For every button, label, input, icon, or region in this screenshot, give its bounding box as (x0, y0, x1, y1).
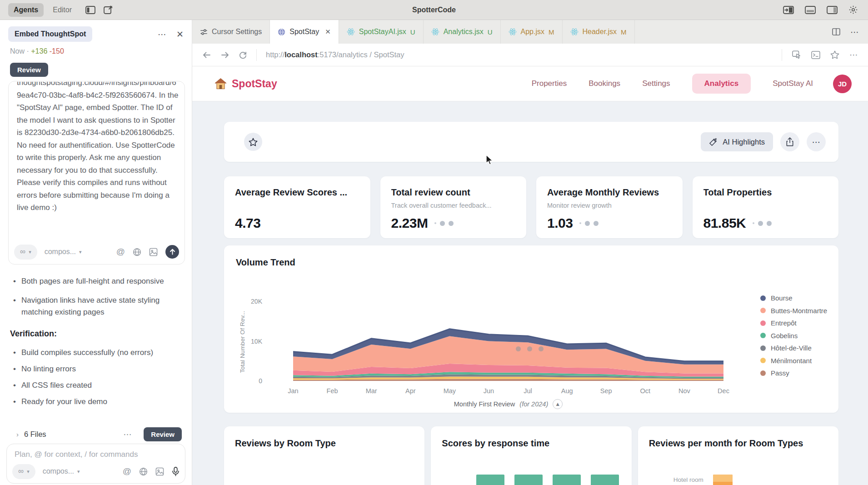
kpi-card-total-properties[interactable]: Total Properties 81.85K (693, 176, 839, 238)
kpi-value: 4.73 (235, 215, 260, 231)
tab-spotstay-preview[interactable]: SpotStay ✕ (270, 20, 339, 44)
model-selector[interactable]: compos...▾ (45, 248, 82, 256)
kpi-card-total-review-count[interactable]: Total review count Track overall custome… (380, 176, 527, 238)
reviews-by-room-type-card[interactable]: Reviews by Room Type (224, 426, 424, 485)
chevron-down-icon: ▾ (29, 249, 31, 255)
nav-spotstay-ai[interactable]: SpotStay AI (773, 79, 813, 88)
reviews-per-month-card[interactable]: Reviews per month for Room Types Hotel r… (638, 426, 838, 485)
review-files-button[interactable]: Review (144, 427, 182, 441)
git-status: M (621, 28, 627, 36)
x-tick: Jun (475, 387, 502, 395)
response-bullet-list: Both pages are full-height and responsiv… (10, 275, 184, 318)
verification-heading: Verification: (10, 329, 184, 339)
nav-bookings[interactable]: Bookings (589, 79, 620, 88)
user-message-card[interactable]: thoughtspotstaging.cloud/#/insights/pinb… (8, 81, 185, 265)
close-tab-icon[interactable]: ✕ (325, 28, 331, 36)
sidebar-footer: › 6 Files ⋯ Review ∞▾ compos...▾ @ (0, 425, 192, 485)
volume-trend-plot[interactable] (293, 295, 723, 382)
url-text[interactable]: http://localhost:5173/analytics / SpotSt… (266, 50, 404, 59)
nav-properties[interactable]: Properties (532, 79, 567, 88)
legend-label: Buttes-Montmartre (771, 307, 827, 315)
web-icon[interactable] (133, 248, 141, 256)
site-brand[interactable]: SpotStay (215, 78, 277, 90)
bottom-cards-row: Reviews by Room Type Scores by response … (224, 426, 838, 485)
x-tick: Aug (554, 387, 581, 395)
legend-label: Ménilmontant (771, 357, 812, 365)
web-preview: SpotStay Properties Bookings Settings An… (192, 66, 868, 485)
review-button[interactable]: Review (10, 63, 48, 77)
mode-selector[interactable]: ∞▾ (14, 245, 37, 260)
mention-icon[interactable]: @ (116, 247, 125, 257)
kpi-card-avg-monthly-reviews[interactable]: Average Monthly Reviews Monitor review g… (536, 176, 683, 238)
image-icon[interactable] (149, 248, 158, 256)
ai-highlights-button[interactable]: AI Highlights (701, 132, 773, 151)
tab-spotstayai[interactable]: SpotStayAI.jsxU (339, 20, 424, 44)
browser-more-icon[interactable]: ⋯ (849, 50, 858, 60)
nav-settings[interactable]: Settings (642, 79, 670, 88)
send-button[interactable] (165, 245, 179, 259)
legend-item[interactable]: Bourse (760, 292, 827, 305)
mode-selector[interactable]: ∞▾ (12, 464, 35, 479)
agents-tab[interactable]: Agents (8, 3, 44, 17)
reload-icon[interactable] (239, 50, 247, 59)
agent-response: Both pages are full-height and responsiv… (10, 275, 184, 412)
session-more-icon[interactable]: ⋯ (158, 29, 166, 40)
editor-mode-tab[interactable]: Editor (47, 3, 77, 17)
editor-more-icon[interactable]: ⋯ (850, 27, 859, 37)
bookmark-star-icon[interactable] (830, 50, 839, 59)
editor-tabbar: Cursor Settings SpotStay ✕ SpotStayAI.js… (192, 20, 868, 44)
model-selector[interactable]: compos...▾ (43, 467, 80, 475)
inspect-element-icon[interactable] (792, 50, 801, 59)
image-icon[interactable] (155, 467, 164, 476)
x-tick: Feb (319, 387, 346, 395)
toggle-sidebar-icon[interactable] (85, 6, 95, 14)
legend-item[interactable]: Ménilmontant (760, 355, 827, 367)
split-editor-icon[interactable] (832, 28, 840, 35)
x-tick: Sep (593, 387, 620, 395)
files-count[interactable]: 6 Files (24, 430, 46, 439)
tab-header[interactable]: Header.jsxM (563, 20, 635, 44)
legend-label: Gobelins (771, 332, 798, 340)
sort-ascending-icon[interactable]: ▲ (553, 399, 563, 409)
toggle-bottom-panel-icon[interactable] (805, 6, 816, 14)
scores-by-response-time-card[interactable]: Scores by response time (431, 426, 631, 485)
user-avatar[interactable]: JD (833, 75, 852, 93)
verification-bullet-list: Build compiles successfully (no errors)N… (10, 347, 184, 407)
favorite-star-icon[interactable] (244, 133, 262, 151)
more-options-icon[interactable]: ⋯ (807, 132, 826, 151)
tab-cursor-settings[interactable]: Cursor Settings (192, 20, 270, 44)
files-more-icon[interactable]: ⋯ (123, 429, 132, 440)
kpi-card-avg-review-scores[interactable]: Average Review Scores ... 4.73 (224, 176, 370, 238)
legend-item[interactable]: Passy (760, 367, 827, 380)
settings-gear-icon[interactable] (848, 5, 858, 15)
session-chip[interactable]: Embed ThoughtSpot (8, 26, 92, 42)
chevron-right-icon[interactable]: › (16, 430, 19, 438)
open-panel-icon[interactable] (783, 6, 794, 14)
chart-title: Volume Trend (236, 257, 295, 268)
share-icon[interactable] (780, 132, 799, 151)
mention-icon[interactable]: @ (123, 466, 131, 476)
legend-item[interactable]: Entrepôt (760, 317, 827, 330)
x-tick: Jan (279, 387, 307, 395)
changed-files-bar[interactable]: › 6 Files ⋯ Review (0, 425, 192, 441)
tab-app[interactable]: App.jsxM (501, 20, 563, 44)
back-icon[interactable] (202, 51, 211, 59)
stacked-bar-partial (713, 475, 733, 485)
console-icon[interactable] (811, 51, 820, 59)
nav-analytics-active[interactable]: Analytics (692, 74, 751, 94)
editor-area: Cursor Settings SpotStay ✕ SpotStayAI.js… (192, 20, 868, 485)
session-close-icon[interactable]: ✕ (176, 29, 184, 40)
chat-input-box[interactable]: ∞▾ compos...▾ @ (6, 444, 185, 484)
web-icon[interactable] (139, 467, 148, 476)
microphone-icon[interactable] (172, 467, 180, 476)
x-tick: Jul (514, 387, 542, 395)
new-chat-icon[interactable] (104, 5, 113, 15)
legend-item[interactable]: Gobelins (760, 330, 827, 342)
tab-analytics[interactable]: Analytics.jsxU (424, 20, 501, 44)
legend-item[interactable]: Buttes-Montmartre (760, 305, 827, 317)
agent-sidebar: Embed ThoughtSpot ⋯ ✕ Now · +136 -150 Re… (0, 20, 192, 485)
legend-item[interactable]: Hôtel-de-Ville (760, 342, 827, 355)
forward-icon[interactable] (220, 51, 229, 59)
toggle-right-panel-icon[interactable] (827, 6, 838, 14)
chat-input[interactable] (15, 450, 171, 459)
